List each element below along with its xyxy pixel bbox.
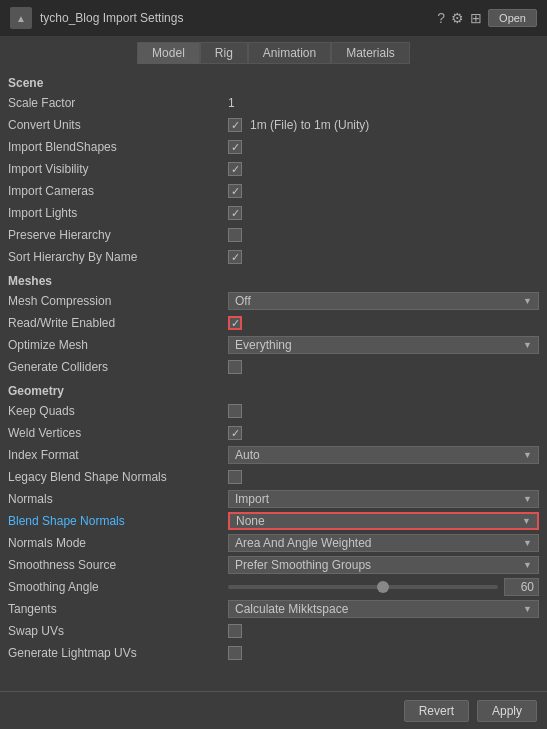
index-format-dropdown-text: Auto — [235, 448, 260, 462]
swap-uvs-checkbox[interactable] — [228, 624, 242, 638]
scale-factor-value: 1 — [228, 96, 539, 110]
blend-shape-normals-dropdown-text: None — [236, 514, 265, 528]
sort-hierarchy-row: Sort Hierarchy By Name — [8, 246, 539, 268]
mesh-compression-dropdown-text: Off — [235, 294, 251, 308]
mesh-compression-dropdown[interactable]: Off ▼ — [228, 292, 539, 310]
app-icon: ▲ — [10, 7, 32, 29]
tab-rig[interactable]: Rig — [200, 42, 248, 64]
tangents-dropdown[interactable]: Calculate Mikktspace ▼ — [228, 600, 539, 618]
import-blendshapes-checkbox[interactable] — [228, 140, 242, 154]
normals-mode-arrow: ▼ — [523, 538, 532, 548]
generate-lightmap-row: Generate Lightmap UVs — [8, 642, 539, 664]
smoothness-source-row: Smoothness Source Prefer Smoothing Group… — [8, 554, 539, 576]
tangents-label: Tangents — [8, 602, 228, 616]
weld-vertices-checkbox[interactable] — [228, 426, 242, 440]
tab-animation[interactable]: Animation — [248, 42, 331, 64]
preserve-hierarchy-value — [228, 228, 539, 242]
blend-shape-normals-label: Blend Shape Normals — [8, 514, 228, 528]
import-cameras-row: Import Cameras — [8, 180, 539, 202]
index-format-value: Auto ▼ — [228, 446, 539, 464]
tangents-dropdown-text: Calculate Mikktspace — [235, 602, 348, 616]
normals-mode-label: Normals Mode — [8, 536, 228, 550]
tangents-arrow: ▼ — [523, 604, 532, 614]
apply-button[interactable]: Apply — [477, 700, 537, 722]
optimize-mesh-arrow: ▼ — [523, 340, 532, 350]
index-format-dropdown[interactable]: Auto ▼ — [228, 446, 539, 464]
sort-hierarchy-value — [228, 250, 539, 264]
tab-model[interactable]: Model — [137, 42, 200, 64]
index-format-label: Index Format — [8, 448, 228, 462]
import-lights-checkbox[interactable] — [228, 206, 242, 220]
read-write-checkbox[interactable] — [228, 316, 242, 330]
normals-mode-dropdown[interactable]: Area And Angle Weighted ▼ — [228, 534, 539, 552]
tabs-bar: Model Rig Animation Materials — [0, 36, 547, 64]
layout-icon[interactable]: ⊞ — [470, 10, 482, 26]
sort-hierarchy-checkbox[interactable] — [228, 250, 242, 264]
generate-colliders-value — [228, 360, 539, 374]
legacy-blend-shape-label: Legacy Blend Shape Normals — [8, 470, 228, 484]
smoothness-source-dropdown-text: Prefer Smoothing Groups — [235, 558, 371, 572]
generate-colliders-row: Generate Colliders — [8, 356, 539, 378]
optimize-mesh-value: Everything ▼ — [228, 336, 539, 354]
import-visibility-value — [228, 162, 539, 176]
import-visibility-checkbox[interactable] — [228, 162, 242, 176]
help-icon[interactable]: ? — [437, 10, 445, 26]
generate-lightmap-label: Generate Lightmap UVs — [8, 646, 228, 660]
normals-arrow: ▼ — [523, 494, 532, 504]
window-title: tycho_Blog Import Settings — [40, 11, 183, 25]
blend-shape-normals-dropdown[interactable]: None ▼ — [228, 512, 539, 530]
generate-lightmap-checkbox[interactable] — [228, 646, 242, 660]
blend-shape-normals-arrow: ▼ — [522, 516, 531, 526]
title-bar: ▲ tycho_Blog Import Settings ? ⚙ ⊞ Open — [0, 0, 547, 36]
normals-row: Normals Import ▼ — [8, 488, 539, 510]
mesh-compression-arrow: ▼ — [523, 296, 532, 306]
tangents-row: Tangents Calculate Mikktspace ▼ — [8, 598, 539, 620]
import-lights-value — [228, 206, 539, 220]
import-visibility-row: Import Visibility — [8, 158, 539, 180]
smoothness-source-dropdown[interactable]: Prefer Smoothing Groups ▼ — [228, 556, 539, 574]
normals-mode-dropdown-text: Area And Angle Weighted — [235, 536, 372, 550]
keep-quads-checkbox[interactable] — [228, 404, 242, 418]
import-lights-label: Import Lights — [8, 206, 228, 220]
mesh-compression-value: Off ▼ — [228, 292, 539, 310]
read-write-row: Read/Write Enabled — [8, 312, 539, 334]
read-write-label: Read/Write Enabled — [8, 316, 228, 330]
keep-quads-row: Keep Quads — [8, 400, 539, 422]
import-blendshapes-row: Import BlendShapes — [8, 136, 539, 158]
import-cameras-checkbox[interactable] — [228, 184, 242, 198]
import-cameras-value — [228, 184, 539, 198]
normals-dropdown-text: Import — [235, 492, 269, 506]
weld-vertices-label: Weld Vertices — [8, 426, 228, 440]
revert-button[interactable]: Revert — [404, 700, 469, 722]
tangents-value: Calculate Mikktspace ▼ — [228, 600, 539, 618]
convert-units-checkbox[interactable] — [228, 118, 242, 132]
convert-units-row: Convert Units 1m (File) to 1m (Unity) — [8, 114, 539, 136]
preserve-hierarchy-label: Preserve Hierarchy — [8, 228, 228, 242]
smoothing-angle-text[interactable]: 60 — [504, 578, 539, 596]
title-bar-left: ▲ tycho_Blog Import Settings — [10, 7, 183, 29]
normals-dropdown[interactable]: Import ▼ — [228, 490, 539, 508]
legacy-blend-shape-checkbox[interactable] — [228, 470, 242, 484]
smoothing-angle-thumb[interactable] — [377, 581, 389, 593]
preserve-hierarchy-checkbox[interactable] — [228, 228, 242, 242]
tab-materials[interactable]: Materials — [331, 42, 410, 64]
blend-shape-normals-value: None ▼ — [228, 512, 539, 530]
swap-uvs-label: Swap UVs — [8, 624, 228, 638]
smoothing-angle-row: Smoothing Angle 60 — [8, 576, 539, 598]
convert-units-text: 1m (File) to 1m (Unity) — [250, 118, 369, 132]
normals-label: Normals — [8, 492, 228, 506]
scale-factor-label: Scale Factor — [8, 96, 228, 110]
smoothness-source-arrow: ▼ — [523, 560, 532, 570]
mesh-compression-row: Mesh Compression Off ▼ — [8, 290, 539, 312]
optimize-mesh-dropdown[interactable]: Everything ▼ — [228, 336, 539, 354]
optimize-mesh-label: Optimize Mesh — [8, 338, 228, 352]
generate-colliders-checkbox[interactable] — [228, 360, 242, 374]
mesh-compression-label: Mesh Compression — [8, 294, 228, 308]
settings-icon[interactable]: ⚙ — [451, 10, 464, 26]
index-format-arrow: ▼ — [523, 450, 532, 460]
import-blendshapes-value — [228, 140, 539, 154]
open-button[interactable]: Open — [488, 9, 537, 27]
sort-hierarchy-label: Sort Hierarchy By Name — [8, 250, 228, 264]
smoothing-angle-slider[interactable] — [228, 585, 498, 589]
normals-mode-value: Area And Angle Weighted ▼ — [228, 534, 539, 552]
